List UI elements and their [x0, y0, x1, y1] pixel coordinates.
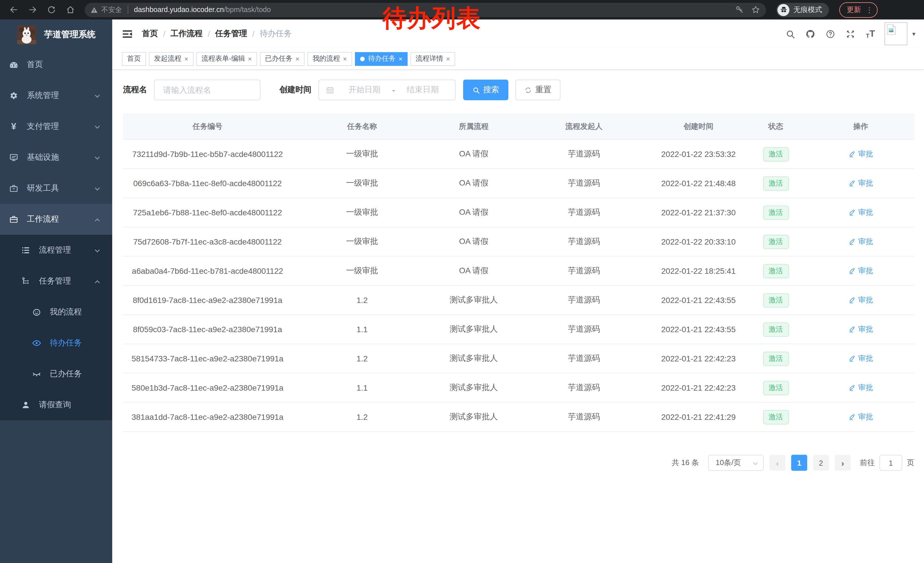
- table-row: 58154733-7ac8-11ec-a9e2-a2380e71991a1.2测…: [123, 344, 914, 373]
- edit-pen-icon: [848, 326, 856, 333]
- approve-link[interactable]: 审批: [848, 412, 873, 422]
- tab-流程详情[interactable]: 流程详情×: [411, 52, 455, 66]
- cell-created: 2022-01-21 22:43:55: [652, 285, 744, 315]
- approve-link[interactable]: 审批: [848, 353, 873, 364]
- cell-action: 审批: [807, 285, 914, 315]
- gear-icon: [9, 91, 18, 100]
- tab-我的流程[interactable]: 我的流程×: [308, 52, 352, 66]
- approve-link[interactable]: 审批: [848, 207, 873, 218]
- cell-action: 审批: [807, 198, 914, 227]
- home-icon[interactable]: [65, 5, 75, 15]
- edit-pen-icon: [848, 413, 856, 421]
- cell-process: OA 请假: [432, 227, 515, 256]
- tab-流程表单-编辑[interactable]: 流程表单-编辑×: [196, 52, 257, 66]
- cell-status: 激活: [744, 344, 807, 373]
- breadcrumb-item[interactable]: 任务管理: [215, 29, 248, 39]
- tab-close-icon[interactable]: ×: [446, 55, 450, 62]
- search-icon[interactable]: [785, 29, 795, 39]
- date-range-picker[interactable]: 开始日期 - 结束日期: [318, 80, 456, 100]
- tab-close-icon[interactable]: ×: [248, 55, 252, 62]
- reload-icon[interactable]: [46, 5, 56, 15]
- approve-link[interactable]: 审批: [848, 237, 873, 247]
- cell-process: OA 请假: [432, 256, 515, 285]
- cell-created: 2022-01-22 23:53:32: [652, 140, 744, 169]
- github-icon[interactable]: [805, 29, 816, 39]
- breadcrumb-item[interactable]: 首页: [142, 29, 158, 39]
- avatar-caret-icon[interactable]: ▾: [912, 30, 915, 38]
- cell-process: OA 请假: [432, 198, 515, 227]
- column-header: 状态: [744, 113, 807, 140]
- bookmark-star-icon[interactable]: [751, 5, 760, 14]
- font-size-icon[interactable]: TT: [866, 29, 876, 39]
- fullscreen-icon[interactable]: [845, 29, 856, 39]
- tab-close-icon[interactable]: ×: [296, 55, 299, 62]
- sidebar-item-system[interactable]: 系统管理: [0, 80, 112, 111]
- sidebar-item-todo-task[interactable]: 待办任务: [0, 327, 112, 359]
- app-logo-row[interactable]: 芋道管理系统: [0, 20, 112, 49]
- end-date-placeholder: 结束日期: [397, 85, 448, 95]
- incognito-icon: [777, 4, 789, 16]
- cell-action: 审批: [807, 402, 914, 432]
- browser-update-button[interactable]: 更新 ⋮: [839, 2, 878, 18]
- avatar[interactable]: [885, 23, 908, 45]
- tab-发起流程[interactable]: 发起流程×: [149, 52, 194, 66]
- sidebar-item-leave-query[interactable]: 请假查询: [0, 389, 112, 420]
- approve-link[interactable]: 审批: [848, 149, 873, 159]
- cell-created: 2022-01-21 22:42:23: [652, 373, 744, 402]
- search-button[interactable]: 搜索: [463, 80, 508, 100]
- approve-link[interactable]: 审批: [848, 266, 873, 276]
- sidebar-item-my-process[interactable]: 我的流程: [0, 297, 112, 327]
- forward-icon[interactable]: [27, 5, 37, 15]
- sidebar-item-workflow[interactable]: 工作流程: [0, 204, 112, 235]
- breadcrumb-separator: /: [252, 29, 255, 38]
- breadcrumb: 首页/工作流程/任务管理/待办任务: [142, 29, 292, 39]
- help-icon[interactable]: [825, 29, 836, 39]
- eye-closed-icon: [32, 369, 41, 378]
- cell-starter: 芋道源码: [515, 198, 652, 227]
- approve-link[interactable]: 审批: [848, 178, 873, 188]
- cell-status: 激活: [744, 256, 807, 285]
- approve-link[interactable]: 审批: [848, 383, 873, 393]
- back-icon[interactable]: [9, 5, 18, 15]
- sidebar-item-payment[interactable]: ¥支付管理: [0, 111, 112, 142]
- approve-link[interactable]: 审批: [848, 295, 873, 305]
- next-page-button[interactable]: ›: [835, 455, 851, 471]
- sidebar-item-home[interactable]: 首页: [0, 49, 112, 80]
- breadcrumb-separator: /: [163, 29, 165, 38]
- browser-menu-icon[interactable]: ⋮: [866, 6, 873, 14]
- reset-button[interactable]: 重置: [515, 80, 561, 100]
- chevron-down-icon: [94, 185, 101, 192]
- sidebar-item-process-mgmt[interactable]: 流程管理: [0, 235, 112, 266]
- page-size-select[interactable]: 10条/页: [708, 455, 764, 471]
- sidebar-item-label: 研发工具: [27, 183, 59, 194]
- sidebar-collapse-icon[interactable]: [122, 29, 133, 39]
- sidebar-item-done-task[interactable]: 已办任务: [0, 359, 112, 389]
- sidebar-item-label: 流程管理: [39, 245, 71, 255]
- breadcrumb-item[interactable]: 工作流程: [171, 29, 202, 39]
- prev-page-button[interactable]: ‹: [770, 455, 786, 471]
- page-button-1[interactable]: 1: [791, 455, 807, 471]
- goto-page-input[interactable]: [879, 455, 902, 471]
- tab-close-icon[interactable]: ×: [343, 55, 347, 62]
- tab-close-icon[interactable]: ×: [399, 55, 402, 62]
- tab-待办任务[interactable]: 待办任务×: [355, 52, 408, 66]
- page-button-2[interactable]: 2: [813, 455, 829, 471]
- sidebar-item-task-mgmt[interactable]: 任务管理: [0, 266, 112, 297]
- approve-link[interactable]: 审批: [848, 324, 873, 335]
- cell-task-name: 一级审批: [292, 140, 432, 169]
- cell-created: 2022-01-21 22:42:23: [652, 344, 744, 373]
- sidebar-item-infra[interactable]: 基础设施: [0, 142, 112, 173]
- process-name-input[interactable]: [154, 80, 261, 100]
- edit-pen-icon: [848, 384, 856, 392]
- tab-首页[interactable]: 首页: [122, 52, 146, 66]
- tab-close-icon[interactable]: ×: [184, 55, 188, 62]
- cell-task-name: 1.2: [292, 402, 432, 432]
- sidebar-item-devtools[interactable]: 研发工具: [0, 173, 112, 204]
- task-table: 任务编号任务名称所属流程流程发起人创建时间状态操作 73211d9d-7b9b-…: [123, 113, 914, 432]
- cell-task-id: 73211d9d-7b9b-11ec-b5b7-acde48001122: [123, 140, 292, 169]
- key-icon[interactable]: [735, 5, 744, 14]
- tab-已办任务[interactable]: 已办任务×: [260, 52, 304, 66]
- pagination: 共 16 条 10条/页 ‹ 12 › 前往 页: [123, 455, 914, 471]
- cell-starter: 芋道源码: [515, 402, 652, 432]
- chevron-down-icon: [94, 123, 101, 130]
